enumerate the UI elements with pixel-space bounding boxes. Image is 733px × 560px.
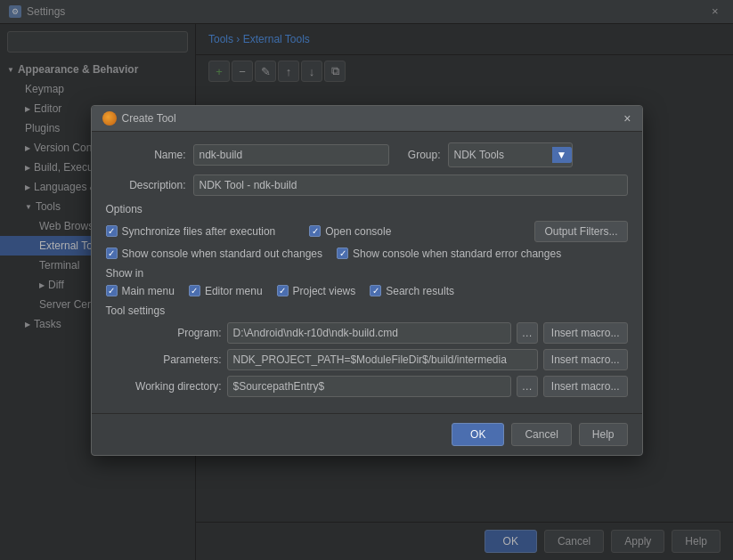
program-label: Program: bbox=[106, 327, 222, 339]
open-console-checkbox-item: ✓ Open console bbox=[309, 225, 391, 238]
project-views-checkbox[interactable]: ✓ bbox=[277, 285, 289, 296]
dialog-body: Name: Group: NDK Tools ▼ Description: Op… bbox=[92, 132, 642, 413]
parameters-insert-macro-button[interactable]: Insert macro... bbox=[543, 349, 628, 370]
dialog-title: Create Tool bbox=[122, 112, 176, 125]
editor-menu-checkbox[interactable]: ✓ bbox=[189, 285, 200, 296]
sync-files-label: Synchronize files after execution bbox=[122, 225, 276, 238]
working-dir-insert-macro-button[interactable]: Insert macro... bbox=[543, 376, 628, 397]
settings-window: ⚙ Settings × ▼ Appearance & Behavior Key… bbox=[0, 0, 733, 560]
search-results-item: ✓ Search results bbox=[370, 285, 454, 297]
parameters-label: Parameters: bbox=[106, 353, 222, 366]
options-label: Options bbox=[106, 203, 628, 215]
program-row: Program: … Insert macro... bbox=[106, 322, 628, 344]
editor-menu-item: ✓ Editor menu bbox=[189, 285, 263, 297]
open-console-checkbox[interactable]: ✓ bbox=[309, 225, 321, 237]
show-console-stdout-checkbox[interactable]: ✓ bbox=[106, 248, 118, 259]
name-group-row: Name: Group: NDK Tools ▼ bbox=[106, 142, 628, 167]
tool-settings-section: Tool settings Program: … Insert macro...… bbox=[106, 304, 628, 397]
show-console-stderr-checkbox[interactable]: ✓ bbox=[337, 248, 348, 259]
description-input[interactable] bbox=[193, 174, 628, 196]
working-dir-row: Working directory: … Insert macro... bbox=[106, 376, 628, 397]
working-dir-browse-button[interactable]: … bbox=[517, 376, 538, 397]
dialog-title-bar: Create Tool × bbox=[92, 106, 642, 132]
description-row: Description: bbox=[106, 174, 628, 196]
project-views-item: ✓ Project views bbox=[277, 285, 356, 297]
show-in-section: Show in ✓ Main menu ✓ Editor menu ✓ Proj bbox=[106, 267, 628, 297]
group-select-value: NDK Tools bbox=[454, 149, 552, 161]
project-views-label: Project views bbox=[293, 285, 356, 297]
working-dir-input[interactable] bbox=[227, 376, 511, 397]
dialog-close-button[interactable]: × bbox=[623, 111, 631, 126]
description-label: Description: bbox=[106, 179, 186, 191]
open-console-label: Open console bbox=[325, 225, 391, 238]
main-menu-checkbox[interactable]: ✓ bbox=[106, 285, 118, 296]
group-dropdown-icon[interactable]: ▼ bbox=[552, 147, 572, 163]
options-section: Options ✓ Synchronize files after execut… bbox=[106, 203, 628, 260]
search-results-checkbox[interactable]: ✓ bbox=[370, 285, 381, 296]
show-console-stderr-label: Show console when standard error changes bbox=[353, 248, 561, 260]
name-input[interactable] bbox=[193, 144, 389, 166]
output-filters-button[interactable]: Output Filters... bbox=[534, 221, 627, 242]
show-console-stdout-label: Show console when standard out changes bbox=[122, 248, 323, 260]
parameters-input[interactable] bbox=[227, 349, 538, 370]
dialog-icon bbox=[102, 111, 117, 126]
show-console-stderr-item: ✓ Show console when standard error chang… bbox=[337, 248, 561, 260]
main-menu-label: Main menu bbox=[122, 285, 175, 297]
dialog-footer: OK Cancel Help bbox=[92, 413, 642, 455]
main-menu-item: ✓ Main menu bbox=[106, 285, 175, 297]
show-in-label: Show in bbox=[106, 267, 628, 280]
working-dir-label: Working directory: bbox=[106, 380, 222, 393]
tool-settings-label: Tool settings bbox=[106, 304, 628, 317]
show-console-stdout-item: ✓ Show console when standard out changes bbox=[106, 248, 323, 260]
parameters-row: Parameters: Insert macro... bbox=[106, 349, 628, 370]
program-insert-macro-button[interactable]: Insert macro... bbox=[543, 322, 628, 344]
name-label: Name: bbox=[106, 149, 186, 161]
dialog-cancel-button[interactable]: Cancel bbox=[511, 423, 571, 446]
program-input[interactable] bbox=[227, 322, 511, 344]
search-results-label: Search results bbox=[386, 285, 454, 297]
dialog-help-button[interactable]: Help bbox=[579, 423, 628, 446]
create-tool-dialog: Create Tool × Name: Group: NDK Tools ▼ bbox=[91, 105, 643, 456]
program-browse-button[interactable]: … bbox=[517, 322, 538, 344]
sync-files-checkbox-item: ✓ Synchronize files after execution bbox=[106, 225, 276, 238]
dialog-overlay: Create Tool × Name: Group: NDK Tools ▼ bbox=[0, 0, 733, 560]
dialog-ok-button[interactable]: OK bbox=[452, 423, 504, 446]
editor-menu-label: Editor menu bbox=[205, 285, 263, 297]
group-select[interactable]: NDK Tools ▼ bbox=[448, 142, 573, 167]
group-label: Group: bbox=[396, 149, 441, 161]
sync-files-checkbox[interactable]: ✓ bbox=[106, 225, 118, 237]
